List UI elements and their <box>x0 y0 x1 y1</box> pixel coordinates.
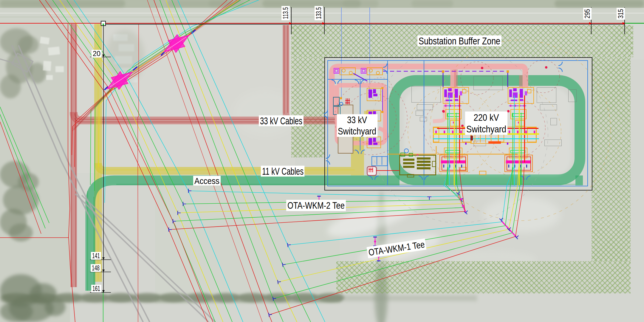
svg-text:133.5: 133.5 <box>315 7 323 19</box>
svg-text:OTA-WKM-2 Tee: OTA-WKM-2 Tee <box>287 200 345 211</box>
svg-text:113.5: 113.5 <box>281 7 290 19</box>
svg-text:315: 315 <box>617 9 625 18</box>
svg-text:295: 295 <box>583 9 591 18</box>
svg-text:148: 148 <box>92 264 100 272</box>
svg-text:Access: Access <box>194 176 219 186</box>
svg-text:141: 141 <box>92 252 100 260</box>
svg-text:11 kV Cables: 11 kV Cables <box>262 166 304 177</box>
svg-text:220 kV: 220 kV <box>474 112 499 123</box>
svg-text:Switchyard: Switchyard <box>338 126 376 137</box>
svg-text:161: 161 <box>92 285 100 292</box>
svg-text:20: 20 <box>93 50 100 58</box>
svg-text:33 kV Cables: 33 kV Cables <box>260 115 302 126</box>
svg-text:Switchyard: Switchyard <box>466 124 506 134</box>
svg-text:Substation Buffer Zone: Substation Buffer Zone <box>419 35 500 47</box>
svg-text:33 kV: 33 kV <box>347 114 367 125</box>
